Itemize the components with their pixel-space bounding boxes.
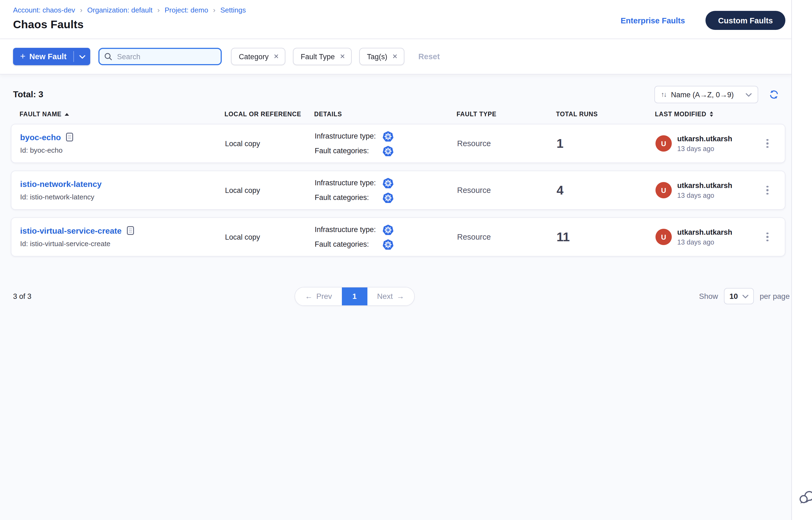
fault-name-link[interactable]: istio-virtual-service-create — [20, 226, 122, 235]
breadcrumb-separator-icon: › — [213, 6, 215, 14]
document-icon[interactable] — [66, 133, 73, 142]
breadcrumb-account[interactable]: Account: chaos-dev — [13, 6, 75, 14]
sort-dropdown-value: Name (A→Z, 0→9) — [671, 90, 734, 99]
new-fault-button[interactable]: + New Fault — [13, 48, 74, 65]
refresh-button[interactable] — [769, 90, 779, 99]
filter-chip-label: Fault Type — [301, 52, 335, 60]
search-icon — [105, 53, 112, 60]
fault-id: Id: byoc-echo — [20, 146, 214, 154]
custom-faults-button[interactable]: Custom Faults — [706, 11, 785, 30]
screen: Account: chaos-dev › Organization: defau… — [0, 0, 812, 520]
modified-at: 13 days ago — [677, 191, 732, 199]
kubernetes-icon — [382, 191, 394, 204]
chevron-down-icon — [742, 294, 748, 298]
enterprise-faults-link[interactable]: Enterprise Faults — [621, 16, 685, 25]
row-menu-button[interactable] — [763, 229, 771, 245]
new-fault-split-button: + New Fault — [13, 48, 91, 65]
avatar: U — [656, 229, 672, 245]
avatar: U — [656, 135, 672, 152]
last-modified-cell: U utkarsh.utkarsh 13 days ago — [656, 134, 759, 152]
filter-chip-label: Category — [239, 52, 269, 60]
close-icon[interactable]: ✕ — [392, 53, 398, 60]
modified-at: 13 days ago — [677, 145, 732, 152]
range-label: 3 of 3 — [13, 292, 31, 300]
infrastructure-type-label: Infrastructure type: — [315, 132, 382, 140]
sort-asc-icon — [65, 113, 69, 115]
total-runs-value: 11 — [557, 230, 656, 244]
current-page-button[interactable]: 1 — [342, 287, 367, 305]
document-icon[interactable] — [127, 226, 134, 235]
column-header-fault-type: FAULT TYPE — [457, 111, 556, 118]
total-runs-value: 4 — [557, 183, 656, 198]
prev-page-button[interactable]: ← Prev — [295, 287, 342, 305]
row-menu-button[interactable] — [763, 183, 771, 198]
fault-type-value: Resource — [457, 186, 557, 194]
page-size-control: Show 10 per page — [699, 288, 790, 304]
infrastructure-type-label: Infrastructure type: — [315, 179, 382, 187]
details-cell: Infrastructure type: Fault categories: — [315, 130, 457, 157]
modified-by: utkarsh.utkarsh — [677, 181, 732, 189]
fault-name-link[interactable]: byoc-echo — [20, 133, 61, 142]
new-fault-dropdown-button[interactable] — [74, 48, 91, 65]
next-page-button[interactable]: Next → — [367, 287, 414, 305]
filter-chip-fault-type[interactable]: Fault Type ✕ — [293, 48, 352, 65]
kubernetes-icon — [382, 238, 394, 250]
fault-categories-label: Fault categories: — [315, 147, 382, 155]
filter-chips: Category ✕ Fault Type ✕ Tag(s) ✕ — [231, 48, 404, 65]
list-head: Total: 3 ↑↓ Name (A→Z, 0→9) — [0, 74, 792, 110]
column-header-fault-name[interactable]: FAULT NAME — [11, 111, 213, 118]
sort-dropdown[interactable]: ↑↓ Name (A→Z, 0→9) — [654, 86, 758, 103]
column-header-details: DETAILS — [314, 111, 457, 118]
fault-type-value: Resource — [457, 139, 557, 148]
total-count: Total: 3 — [13, 90, 43, 99]
avatar: U — [656, 182, 672, 198]
chat-bubbles-icon[interactable] — [798, 489, 812, 506]
help-rail — [791, 0, 812, 520]
close-icon[interactable]: ✕ — [340, 53, 345, 60]
breadcrumb-separator-icon: › — [80, 6, 82, 14]
last-modified-cell: U utkarsh.utkarsh 13 days ago — [656, 181, 759, 199]
column-header-last-modified[interactable]: LAST MODIFIED — [655, 111, 758, 118]
kubernetes-icon — [382, 224, 394, 236]
breadcrumb-settings[interactable]: Settings — [220, 6, 246, 14]
fault-name-link[interactable]: istio-network-latency — [20, 179, 102, 188]
content-area: Total: 3 ↑↓ Name (A→Z, 0→9) — [0, 74, 792, 520]
reset-filters-button[interactable]: Reset — [418, 52, 440, 61]
main-column: Account: chaos-dev › Organization: defau… — [0, 0, 792, 520]
arrow-right-icon: → — [397, 292, 404, 301]
filter-chip-label: Tag(s) — [367, 52, 387, 60]
column-header-local-or-reference: LOCAL OR REFERENCE — [213, 111, 314, 118]
page-header: Account: chaos-dev › Organization: defau… — [0, 0, 792, 39]
modified-by: utkarsh.utkarsh — [677, 228, 732, 236]
local-or-reference-value: Local copy — [214, 139, 315, 148]
per-page-label: per page — [760, 292, 790, 301]
chevron-down-icon — [746, 93, 752, 97]
close-icon[interactable]: ✕ — [273, 53, 279, 60]
toolbar: + New Fault Category ✕ — [0, 39, 792, 74]
last-modified-cell: U utkarsh.utkarsh 13 days ago — [656, 228, 759, 246]
table-row[interactable]: istio-virtual-service-create Id: istio-v… — [11, 217, 785, 257]
plus-icon: + — [20, 52, 26, 61]
infrastructure-type-label: Infrastructure type: — [315, 226, 382, 234]
table-row[interactable]: byoc-echo Id: byoc-echo Local copy Infra… — [11, 124, 785, 163]
chevron-down-icon — [79, 55, 85, 58]
pagination: ← Prev 1 Next → — [295, 287, 414, 306]
local-or-reference-value: Local copy — [214, 186, 315, 194]
show-label: Show — [699, 292, 718, 301]
sort-both-icon — [710, 111, 713, 117]
modified-by: utkarsh.utkarsh — [677, 134, 732, 142]
fault-id: Id: istio-virtual-service-create — [20, 240, 214, 248]
filter-chip-tags[interactable]: Tag(s) ✕ — [359, 48, 404, 65]
table-row[interactable]: istio-network-latency Id: istio-network-… — [11, 171, 785, 210]
filter-chip-category[interactable]: Category ✕ — [231, 48, 286, 65]
breadcrumb-organization[interactable]: Organization: default — [87, 6, 152, 14]
table-header-row: FAULT NAME LOCAL OR REFERENCE DETAILS FA… — [11, 111, 785, 118]
breadcrumb-project[interactable]: Project: demo — [165, 6, 208, 14]
row-menu-button[interactable] — [763, 136, 771, 151]
sort-arrows-icon: ↑↓ — [661, 91, 666, 98]
page-size-dropdown[interactable]: 10 — [724, 288, 754, 304]
kubernetes-icon — [382, 177, 394, 189]
search-input[interactable] — [116, 52, 216, 61]
kubernetes-icon — [382, 145, 394, 157]
fault-type-value: Resource — [457, 233, 557, 241]
